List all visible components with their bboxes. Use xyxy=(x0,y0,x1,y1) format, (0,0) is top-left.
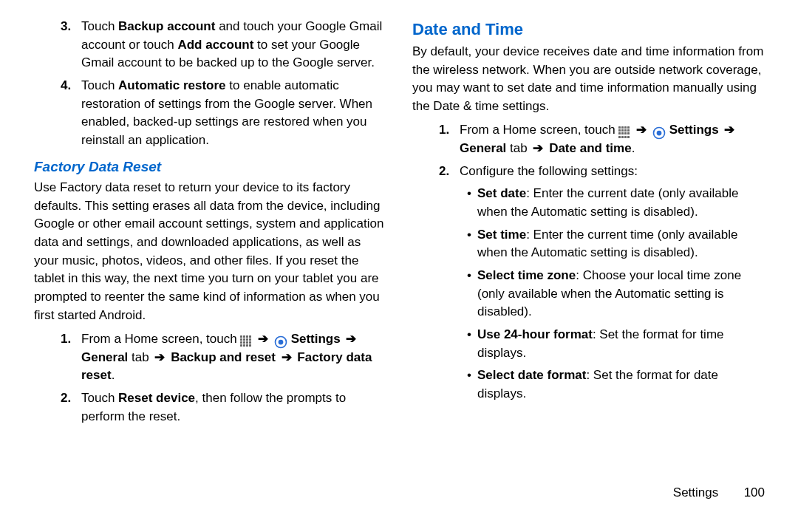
list-number: 2. xyxy=(439,163,460,181)
list-body: From a Home screen, touch ➔ Settings ➔ G… xyxy=(81,330,386,385)
bullet-icon: • xyxy=(467,326,477,362)
settings-gear-icon xyxy=(274,335,287,349)
list-body: From a Home screen, touch ➔ Settings ➔ G… xyxy=(460,121,764,157)
list-body: Configure the following settings: xyxy=(460,163,764,181)
list-number: 1. xyxy=(61,330,81,385)
arrow-icon: ➔ xyxy=(152,350,167,364)
arrow-icon: ➔ xyxy=(344,332,358,346)
list-item: 2. Configure the following settings: xyxy=(439,163,764,181)
list-item: 2. Touch Reset device, then follow the p… xyxy=(61,389,386,426)
page-footer: Settings 100 xyxy=(673,484,765,502)
footer-section: Settings xyxy=(673,485,718,499)
apps-grid-icon xyxy=(618,126,630,138)
page-number: 100 xyxy=(735,484,765,502)
bullet-item: • Use 24-hour format: Set the format for… xyxy=(460,326,764,362)
bullet-icon: • xyxy=(467,267,477,321)
list-item: 1. From a Home screen, touch ➔ Settings … xyxy=(439,121,764,157)
bullet-icon: • xyxy=(467,226,477,262)
subheading-factory-data-reset: Factory Data Reset xyxy=(34,157,386,177)
svg-point-1 xyxy=(279,339,284,344)
arrow-icon: ➔ xyxy=(279,350,294,364)
heading-date-and-time: Date and Time xyxy=(412,18,764,41)
page: 3. Touch Backup account and touch your G… xyxy=(0,0,798,532)
list-body: Touch Backup account and touch your Goog… xyxy=(81,18,386,72)
right-column: Date and Time By default, your device re… xyxy=(399,18,777,525)
apps-grid-icon xyxy=(240,335,252,347)
arrow-icon: ➔ xyxy=(634,123,649,137)
arrow-icon: ➔ xyxy=(256,332,270,346)
arrow-icon: ➔ xyxy=(531,141,545,155)
bullet-item: • Set time: Enter the current time (only… xyxy=(460,226,764,262)
paragraph: By default, your device receives date an… xyxy=(412,43,764,116)
bullet-item: • Set date: Enter the current date (only… xyxy=(460,185,764,221)
bullet-item: • Select date format: Set the format for… xyxy=(460,366,764,403)
list-item: 1. From a Home screen, touch ➔ Settings … xyxy=(61,330,386,385)
arrow-icon: ➔ xyxy=(722,123,737,137)
bullet-item: • Select time zone: Choose your local ti… xyxy=(460,267,764,321)
left-column: 3. Touch Backup account and touch your G… xyxy=(21,18,399,525)
list-number: 4. xyxy=(61,77,81,150)
list-number: 1. xyxy=(439,121,460,157)
bullet-icon: • xyxy=(467,366,477,403)
svg-point-3 xyxy=(657,131,662,136)
bullet-icon: • xyxy=(467,185,477,221)
list-body: Touch Automatic restore to enable automa… xyxy=(81,77,386,150)
list-item: 3. Touch Backup account and touch your G… xyxy=(61,18,386,72)
list-item: 4. Touch Automatic restore to enable aut… xyxy=(61,77,386,150)
list-body: Touch Reset device, then follow the prom… xyxy=(81,389,386,426)
settings-gear-icon xyxy=(652,126,666,140)
list-number: 3. xyxy=(61,18,81,72)
paragraph: Use Factory data reset to return your de… xyxy=(34,179,386,324)
list-number: 2. xyxy=(61,389,81,426)
